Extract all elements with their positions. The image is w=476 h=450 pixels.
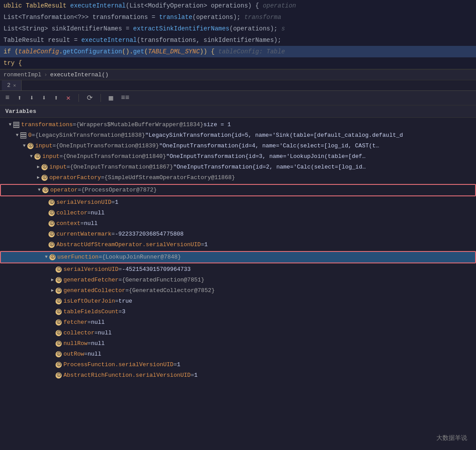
var-name: fetcher [63,318,88,327]
expand-arrow[interactable]: ▼ [43,253,49,262]
var-equals: = [81,219,84,228]
var-icon: ⓘ [56,372,62,379]
debug-tab[interactable]: 2 ✕ [2,80,22,90]
tab-bar: 2 ✕ [0,80,476,91]
tree-item-currentWatermark[interactable]: ⓘ currentWatermark = -922337203685477580… [0,229,476,240]
tree-item-operator[interactable]: ▼ ⓘ operator = {ProcessOperator@7872} [1,185,475,195]
tree-item-serialVersionUID-2[interactable]: ⓘ serialVersionUID = -452154301570996473… [0,264,476,275]
var-extra: "OneInputTransformation{id=4, name='Calc… [159,142,379,150]
tree-item-generatedCollector[interactable]: ▶ ⓘ generatedCollector = {GeneratedColle… [0,285,476,296]
expand-arrow[interactable]: ▼ [21,142,27,150]
reset-icon[interactable]: ⟳ [85,93,94,103]
tree-item-abstractUdf-serialVersionUID[interactable]: ⓘ AbstractUdfStreamOperator.serialVersio… [0,240,476,250]
layout-icon[interactable]: ≡≡ [119,93,131,103]
toolbar-separator [78,94,79,102]
var-equals: = [88,339,91,348]
var-ref: {GeneratedFunction@7851} [122,276,205,285]
var-name: operator [50,186,78,195]
expand-arrow[interactable]: ▶ [49,276,56,285]
var-extra: size = 1 [204,120,231,129]
code-line-2: List<Transformation<?>> transformations … [0,11,476,23]
code-text: List<String> [4,25,52,32]
tree-item-operatorFactory[interactable]: ▶ ⓘ operatorFactory = {SimpleUdfStreamOp… [0,172,476,183]
tree-item-tableFieldsCount[interactable]: ⓘ tableFieldsCount = 3 [0,307,476,317]
expand-arrow[interactable]: ▼ [14,131,20,140]
tree-item-0[interactable]: ▼ 0 = {LegacySinkTransformation@11838} "… [0,130,476,141]
var-icon: ⓘ [56,351,62,357]
tree-item-userFunction[interactable]: ▼ ⓘ userFunction = {LookupJoinRunner@784… [1,252,475,262]
expand-arrow[interactable]: ▶ [49,286,56,295]
var-equals: = [119,276,122,285]
run-to-cursor-icon[interactable]: ⬆ [52,93,60,103]
resume-icon[interactable]: ≡ [4,93,11,103]
step-out-icon[interactable]: ⬇ [40,93,48,103]
tree-item-generatedFetcher[interactable]: ▶ ⓘ generatedFetcher = {GeneratedFunctio… [0,275,476,285]
tree-item-fetcher[interactable]: ⓘ fetcher = null [0,317,476,328]
tree-item-collector[interactable]: ⓘ collector = null [0,208,476,218]
expand-arrow[interactable]: ▶ [35,173,41,182]
var-name: input [35,142,52,150]
breadcrumb-part1: ronmentImpl [4,71,41,78]
tree-item-abstractRichFunction-serialVersionUID[interactable]: ⓘ AbstractRichFunction.serialVersionUID … [0,370,476,381]
var-val: 1 [177,360,180,369]
code-line-3: List<String> sinkIdentifierNames = extra… [0,23,476,34]
stop-icon[interactable]: ✕ [64,93,72,103]
code-comment: s [281,25,285,32]
var-ref: {ProcessOperator@7872} [81,186,157,195]
tree-item-isLeftOuterJoin[interactable]: ⓘ isLeftOuterJoin = true [0,296,476,307]
var-icon: ⓘ [56,362,62,368]
var-val: 1 [115,198,119,207]
var-ref: {LookupJoinRunner@7848} [102,253,181,262]
step-into-icon[interactable]: ⬇ [28,93,36,103]
var-val: null [91,318,104,327]
expand-arrow[interactable]: ▼ [36,186,42,195]
breadcrumb-separator: › [44,71,48,78]
tree-item-processFunction-serialVersionUID[interactable]: ⓘ ProcessFunction.serialVersionUID = 1 [0,360,476,370]
code-text: (List<ModifyOperation> operations) { [126,2,263,9]
var-icon: ⓘ [34,154,41,160]
var-name: collector [56,209,87,218]
code-method: executeInternal [70,2,126,9]
userFunction-red-box: ▼ ⓘ userFunction = {LookupJoinRunner@784… [0,251,476,263]
var-name: collector [63,329,94,338]
code-text: = [122,25,133,32]
code-const: TABLE_DML_SYNC [148,48,200,55]
tree-item-nullRow[interactable]: ⓘ nullRow = null [0,338,476,349]
var-equals: = [119,308,122,316]
settings-icon[interactable]: ▦ [107,93,115,103]
tree-item-collector-2[interactable]: ⓘ collector = null [0,328,476,338]
var-icon: ⓘ [41,175,48,181]
code-text: TableResult [4,37,48,44]
var-name: context [56,219,81,228]
expand-arrow[interactable]: ▼ [7,120,13,129]
var-equals: = [87,209,91,218]
var-equals: = [94,329,98,338]
expand-arrow[interactable]: ▼ [28,152,34,161]
var-equals: = [99,253,102,262]
expand-arrow[interactable]: ▶ [35,163,41,172]
var-val: -4521543015709964733 [122,265,191,274]
var-name: operatorFactory [49,173,101,182]
code-text: (). [122,48,133,55]
tree-item-serialVersionUID-1[interactable]: ⓘ serialVersionUID = 1 [0,197,476,208]
tree-item-input-1[interactable]: ▼ ⓘ input = {OneInputTransformation@1183… [0,141,476,151]
code-method: get [133,48,144,55]
var-equals: = [67,163,70,172]
var-ref: {SimpleUdfStreamOperatorFactory@11868} [104,173,235,182]
tree-item-input-3[interactable]: ▶ ⓘ input = {OneInputTransformation@1186… [0,162,476,172]
variables-tree: ▼ transformations = {Wrappers$MutableBuf… [0,118,476,382]
var-name: outRow [63,350,84,359]
step-over-icon[interactable]: ⬆ [16,93,24,103]
code-keyword: TableResult [26,2,70,9]
tab-close[interactable]: ✕ [13,82,16,88]
operator-red-box: ▼ ⓘ operator = {ProcessOperator@7872} [0,184,476,196]
tree-item-transformations[interactable]: ▼ transformations = {Wrappers$MutableBuf… [0,120,476,130]
tree-item-outRow[interactable]: ⓘ outRow = null [0,349,476,360]
var-val: 1 [204,240,208,249]
var-icon: ⓘ [48,221,55,227]
var-icon: ⓘ [56,319,62,326]
var-name: generatedCollector [63,286,125,295]
tree-item-input-2[interactable]: ▼ ⓘ input = {OneInputTransformation@1184… [0,151,476,162]
var-name: transformations [21,120,73,129]
tree-item-context[interactable]: ⓘ context = null [0,218,476,229]
